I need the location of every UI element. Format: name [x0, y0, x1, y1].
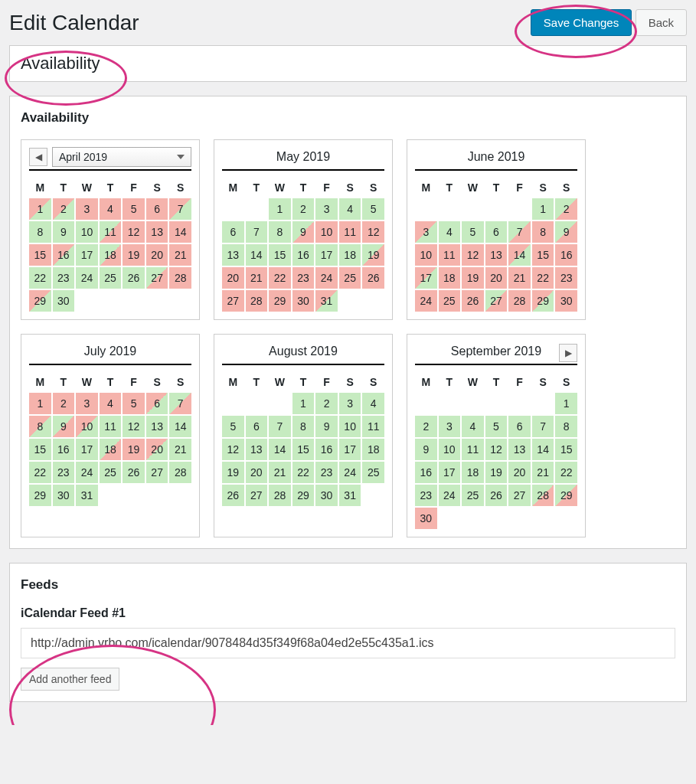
calendar-day[interactable]: 22	[555, 462, 577, 483]
calendar-day[interactable]: 20	[508, 462, 531, 483]
calendar-day[interactable]: 12	[485, 439, 508, 460]
calendar-day[interactable]: 23	[292, 267, 315, 289]
calendar-day[interactable]: 29	[269, 290, 291, 312]
calendar-day[interactable]: 6	[485, 221, 508, 243]
calendar-day[interactable]: 2	[415, 416, 437, 437]
calendar-day[interactable]: 2	[555, 198, 577, 220]
calendar-day[interactable]: 14	[169, 416, 191, 437]
calendar-day[interactable]: 18	[362, 439, 384, 460]
back-button[interactable]: Back	[636, 9, 687, 36]
calendar-day[interactable]: 18	[339, 244, 361, 266]
calendar-day[interactable]: 3	[339, 393, 361, 414]
calendar-day[interactable]: 5	[362, 198, 384, 220]
calendar-day[interactable]: 5	[222, 416, 244, 437]
calendar-day[interactable]: 27	[146, 462, 168, 483]
calendar-day[interactable]: 1	[269, 198, 291, 220]
calendar-day[interactable]: 30	[292, 290, 315, 312]
calendar-day[interactable]: 18	[100, 439, 122, 460]
calendar-day[interactable]: 13	[508, 439, 531, 460]
calendar-day[interactable]: 3	[76, 198, 98, 220]
calendar-day[interactable]: 26	[485, 485, 508, 506]
calendar-day[interactable]: 1	[532, 198, 554, 220]
calendar-day[interactable]: 24	[315, 267, 338, 289]
calendar-day[interactable]: 24	[76, 267, 98, 289]
calendar-day[interactable]: 30	[415, 508, 437, 529]
calendar-day[interactable]: 26	[123, 462, 145, 483]
calendar-day[interactable]: 19	[123, 439, 145, 460]
calendar-day[interactable]: 19	[485, 462, 508, 483]
calendar-day[interactable]: 20	[485, 267, 508, 289]
tab-availability[interactable]: Availability	[9, 45, 687, 82]
calendar-day[interactable]: 30	[53, 485, 75, 506]
calendar-day[interactable]: 7	[269, 416, 291, 437]
calendar-day[interactable]: 29	[29, 485, 51, 506]
calendar-day[interactable]: 11	[439, 244, 461, 266]
calendar-day[interactable]: 11	[339, 221, 361, 243]
calendar-day[interactable]: 9	[555, 221, 577, 243]
calendar-day[interactable]: 9	[415, 439, 437, 460]
calendar-day[interactable]: 26	[462, 290, 484, 312]
month-select[interactable]: April 2019	[52, 147, 191, 167]
calendar-day[interactable]: 14	[269, 439, 291, 460]
calendar-day[interactable]: 21	[269, 462, 291, 483]
calendar-day[interactable]: 31	[76, 485, 98, 506]
calendar-day[interactable]: 6	[246, 416, 268, 437]
calendar-day[interactable]: 30	[315, 485, 338, 506]
calendar-day[interactable]: 17	[415, 267, 437, 289]
calendar-day[interactable]: 16	[415, 462, 437, 483]
calendar-day[interactable]: 28	[532, 485, 554, 506]
calendar-day[interactable]: 15	[269, 244, 291, 266]
calendar-day[interactable]: 25	[100, 462, 122, 483]
calendar-day[interactable]: 11	[462, 439, 484, 460]
calendar-day[interactable]: 4	[100, 198, 122, 220]
calendar-day[interactable]: 29	[555, 485, 577, 506]
calendar-day[interactable]: 15	[292, 439, 315, 460]
next-month-icon[interactable]: ▶	[559, 344, 577, 362]
calendar-day[interactable]: 12	[362, 221, 384, 243]
calendar-day[interactable]: 17	[439, 462, 461, 483]
calendar-day[interactable]: 29	[29, 290, 51, 312]
calendar-day[interactable]: 16	[292, 244, 315, 266]
calendar-day[interactable]: 12	[123, 221, 145, 243]
calendar-day[interactable]: 6	[222, 221, 244, 243]
calendar-day[interactable]: 19	[362, 244, 384, 266]
calendar-day[interactable]: 23	[315, 462, 338, 483]
calendar-day[interactable]: 28	[169, 462, 191, 483]
calendar-day[interactable]: 19	[123, 244, 145, 266]
calendar-day[interactable]: 28	[508, 290, 531, 312]
calendar-day[interactable]: 28	[246, 290, 268, 312]
calendar-day[interactable]: 31	[315, 290, 338, 312]
calendar-day[interactable]: 4	[339, 198, 361, 220]
calendar-day[interactable]: 1	[29, 393, 51, 414]
calendar-day[interactable]: 4	[439, 221, 461, 243]
calendar-day[interactable]: 26	[222, 485, 244, 506]
calendar-day[interactable]: 11	[100, 221, 122, 243]
calendar-day[interactable]: 25	[462, 485, 484, 506]
calendar-day[interactable]: 20	[222, 267, 244, 289]
calendar-day[interactable]: 13	[485, 244, 508, 266]
calendar-day[interactable]: 22	[29, 462, 51, 483]
calendar-day[interactable]: 27	[485, 290, 508, 312]
calendar-day[interactable]: 20	[246, 462, 268, 483]
calendar-day[interactable]: 25	[100, 267, 122, 289]
calendar-day[interactable]: 5	[462, 221, 484, 243]
calendar-day[interactable]: 31	[339, 485, 361, 506]
calendar-day[interactable]: 21	[508, 267, 531, 289]
calendar-day[interactable]: 10	[315, 221, 338, 243]
calendar-day[interactable]: 27	[246, 485, 268, 506]
calendar-day[interactable]: 7	[169, 393, 191, 414]
calendar-day[interactable]: 10	[76, 221, 98, 243]
calendar-day[interactable]: 26	[123, 267, 145, 289]
calendar-day[interactable]: 17	[315, 244, 338, 266]
calendar-day[interactable]: 1	[292, 393, 315, 414]
calendar-day[interactable]: 2	[53, 393, 75, 414]
calendar-day[interactable]: 16	[315, 439, 338, 460]
calendar-day[interactable]: 3	[315, 198, 338, 220]
calendar-day[interactable]: 2	[292, 198, 315, 220]
calendar-day[interactable]: 19	[222, 462, 244, 483]
calendar-day[interactable]: 17	[76, 244, 98, 266]
calendar-day[interactable]: 21	[246, 267, 268, 289]
calendar-day[interactable]: 14	[532, 439, 554, 460]
calendar-day[interactable]: 8	[292, 416, 315, 437]
calendar-day[interactable]: 13	[222, 244, 244, 266]
